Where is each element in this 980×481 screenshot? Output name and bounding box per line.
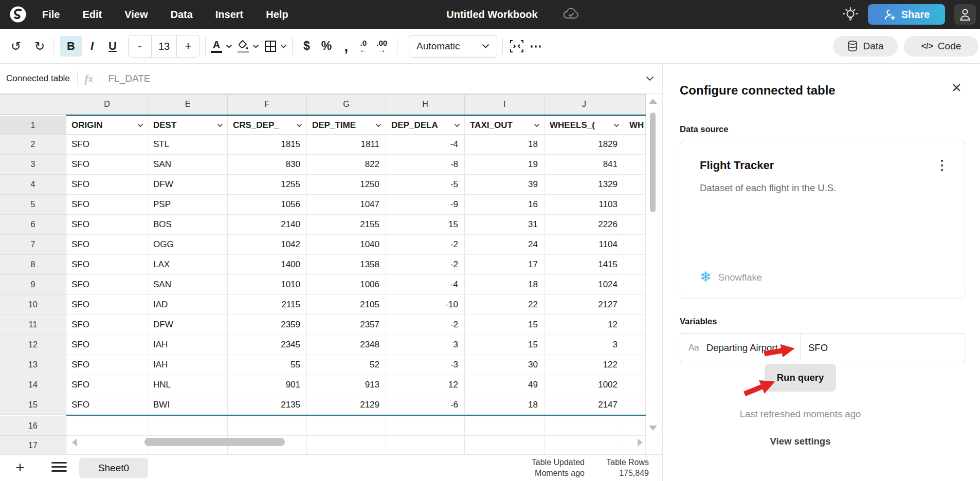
- cell-3-J[interactable]: 841: [545, 155, 624, 175]
- cell-5-J[interactable]: 1103: [545, 195, 624, 215]
- menu-edit[interactable]: Edit: [82, 9, 102, 21]
- column-filter-chevron-icon[interactable]: [613, 123, 620, 127]
- cell-10-J[interactable]: 2127: [545, 295, 624, 315]
- column-letter-G[interactable]: G: [307, 95, 386, 115]
- cell-10-E[interactable]: IAD: [148, 295, 228, 315]
- cell-7-H[interactable]: -2: [386, 235, 465, 255]
- vertical-scroll-up-arrow[interactable]: [649, 99, 657, 104]
- cell-9-H[interactable]: -4: [386, 275, 465, 295]
- cell-10-F[interactable]: 2115: [228, 295, 307, 315]
- cell-3-D[interactable]: SFO: [66, 155, 148, 175]
- cell-3-partial[interactable]: [624, 155, 646, 175]
- column-header-origin[interactable]: ORIGIN: [66, 116, 148, 135]
- share-button[interactable]: Share: [868, 4, 945, 25]
- cell-9-partial[interactable]: [624, 275, 646, 295]
- cell-2-D[interactable]: SFO: [66, 135, 148, 155]
- row-number-5[interactable]: 5: [0, 195, 66, 215]
- select-all-corner[interactable]: [0, 95, 66, 115]
- column-header-partial[interactable]: WH: [624, 116, 646, 135]
- cell-15-G[interactable]: 2129: [307, 395, 386, 415]
- column-filter-chevron-icon[interactable]: [137, 123, 143, 127]
- row-number-14[interactable]: 14: [0, 375, 66, 395]
- workbook-title[interactable]: Untitled Workbook: [446, 9, 537, 21]
- cell-14-J[interactable]: 1002: [545, 375, 624, 395]
- column-header-deptime[interactable]: DEP_TIME: [307, 116, 386, 135]
- column-header-depdela[interactable]: DEP_DELA: [386, 116, 465, 135]
- formula-input[interactable]: FL_DATE: [108, 73, 646, 84]
- column-filter-chevron-icon[interactable]: [454, 123, 460, 127]
- column-letter-H[interactable]: H: [386, 95, 465, 115]
- view-settings-link[interactable]: View settings: [663, 436, 938, 447]
- row-number-3[interactable]: 3: [0, 155, 66, 175]
- cell-12-F[interactable]: 2345: [228, 335, 307, 355]
- font-size-increase-button[interactable]: +: [177, 40, 199, 53]
- code-panel-button[interactable]: </> Code: [904, 36, 978, 57]
- cell-3-F[interactable]: 830: [228, 155, 307, 175]
- cell-12-E[interactable]: IAH: [148, 335, 228, 355]
- cell-6-H[interactable]: 15: [386, 215, 465, 235]
- cell-6-E[interactable]: BOS: [148, 215, 228, 235]
- percent-format-button[interactable]: %: [316, 36, 337, 57]
- cell-8-J[interactable]: 1415: [545, 255, 624, 275]
- fill-color-button[interactable]: [238, 36, 259, 57]
- cell-11-H[interactable]: -2: [386, 315, 465, 335]
- row-number-1[interactable]: 1: [0, 116, 66, 135]
- cell-9-E[interactable]: SAN: [148, 275, 228, 295]
- cell-8-D[interactable]: SFO: [66, 255, 148, 275]
- cell-6-D[interactable]: SFO: [66, 215, 148, 235]
- row-number-13[interactable]: 13: [0, 355, 66, 375]
- cell-5-H[interactable]: -9: [386, 195, 465, 215]
- cell-17-J[interactable]: [545, 436, 624, 454]
- cell-3-G[interactable]: 822: [307, 155, 386, 175]
- vertical-scroll-down-arrow[interactable]: [649, 425, 657, 431]
- data-panel-button[interactable]: Data: [833, 36, 898, 57]
- cell-8-I[interactable]: 17: [465, 255, 545, 275]
- cell-2-I[interactable]: 18: [465, 135, 545, 155]
- cell-14-G[interactable]: 913: [307, 375, 386, 395]
- text-color-button[interactable]: A: [211, 36, 232, 57]
- cell-12-J[interactable]: 3: [545, 335, 624, 355]
- column-letter-D[interactable]: D: [66, 95, 148, 115]
- column-letter-F[interactable]: F: [228, 95, 307, 115]
- row-number-9[interactable]: 9: [0, 275, 66, 295]
- cell-2-F[interactable]: 1815: [228, 135, 307, 155]
- cell-16-E[interactable]: [148, 416, 228, 436]
- row-number-10[interactable]: 10: [0, 295, 66, 315]
- cell-5-I[interactable]: 16: [465, 195, 545, 215]
- borders-button[interactable]: [264, 36, 287, 57]
- cell-16-D[interactable]: [66, 416, 148, 436]
- menu-view[interactable]: View: [124, 9, 148, 21]
- cell-15-I[interactable]: 18: [465, 395, 545, 415]
- undo-button[interactable]: ↺: [7, 36, 25, 57]
- cell-5-F[interactable]: 1056: [228, 195, 307, 215]
- cell-13-H[interactable]: -3: [386, 355, 465, 375]
- cell-4-H[interactable]: -5: [386, 175, 465, 195]
- row-number-12[interactable]: 12: [0, 335, 66, 355]
- cell-12-G[interactable]: 2348: [307, 335, 386, 355]
- cell-6-J[interactable]: 2226: [545, 215, 624, 235]
- font-size-decrease-button[interactable]: -: [129, 40, 151, 53]
- row-number-4[interactable]: 4: [0, 175, 66, 195]
- cell-15-H[interactable]: -6: [386, 395, 465, 415]
- cell-14-partial[interactable]: [624, 375, 646, 395]
- cell-12-partial[interactable]: [624, 335, 646, 355]
- row-number-7[interactable]: 7: [0, 235, 66, 255]
- cell-13-F[interactable]: 55: [228, 355, 307, 375]
- cell-16-H[interactable]: [386, 416, 465, 436]
- cell-11-E[interactable]: DFW: [148, 315, 228, 335]
- row-number-17[interactable]: 17: [0, 436, 66, 454]
- cell-4-partial[interactable]: [624, 175, 646, 195]
- more-options-button[interactable]: ⋯: [525, 36, 547, 57]
- column-header-dest[interactable]: DEST: [148, 116, 228, 135]
- cell-8-partial[interactable]: [624, 255, 646, 275]
- row-number-6[interactable]: 6: [0, 215, 66, 235]
- cell-7-D[interactable]: SFO: [66, 235, 148, 255]
- cell-16-F[interactable]: [228, 416, 307, 436]
- menu-data[interactable]: Data: [170, 9, 192, 21]
- column-filter-chevron-icon[interactable]: [296, 123, 302, 127]
- row-number-16[interactable]: 16: [0, 416, 66, 436]
- cell-4-D[interactable]: SFO: [66, 175, 148, 195]
- italic-button[interactable]: I: [82, 36, 102, 57]
- bold-button[interactable]: B: [60, 36, 82, 57]
- cell-9-F[interactable]: 1010: [228, 275, 307, 295]
